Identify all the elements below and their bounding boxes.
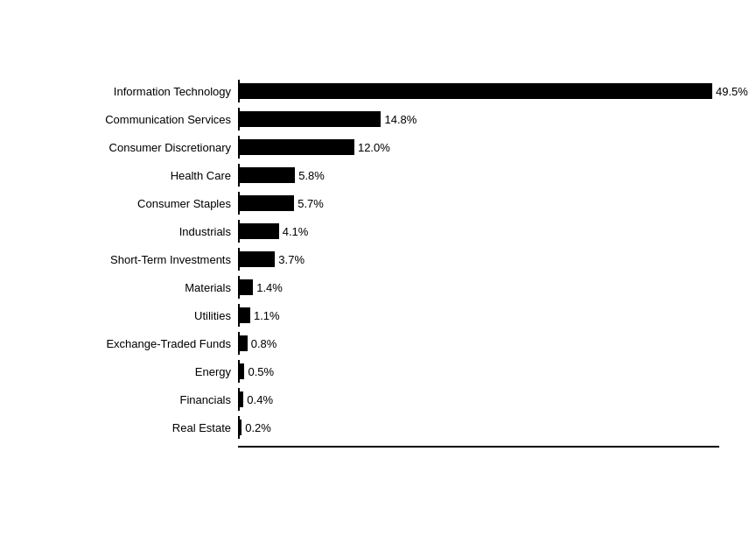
bar-label: Energy: [37, 365, 238, 378]
bar-fill: [240, 420, 242, 435]
bar-value-label: 12.0%: [358, 141, 390, 154]
bar-track: 3.7%: [238, 248, 719, 271]
bar-track: 5.7%: [238, 192, 719, 215]
axis-bottom: [238, 446, 719, 448]
bar-value-label: 1.4%: [256, 281, 283, 294]
bar-track: 4.1%: [238, 220, 719, 243]
bar-fill: [240, 223, 279, 239]
bar-fill: [240, 279, 253, 295]
bar-fill: [240, 111, 381, 127]
bar-fill: [240, 195, 294, 211]
bar-fill: [240, 167, 295, 183]
bar-fill: [240, 307, 250, 323]
chart-container: Information Technology49.5%Communication…: [19, 53, 737, 483]
bar-label: Materials: [37, 281, 238, 294]
bar-row: Financials0.4%: [37, 388, 719, 411]
bar-value-label: 4.1%: [283, 225, 309, 238]
bar-value-label: 3.7%: [278, 253, 304, 266]
bar-label: Financials: [37, 393, 238, 406]
bar-track: 1.4%: [238, 276, 719, 299]
bar-track: 49.5%: [238, 80, 719, 102]
bar-label: Health Care: [37, 169, 238, 182]
bar-value-label: 0.8%: [251, 337, 277, 350]
bar-label: Exchange-Traded Funds: [37, 337, 238, 350]
bar-fill: [240, 391, 243, 407]
bar-fill: [240, 139, 354, 155]
bar-row: Utilities1.1%: [37, 304, 719, 327]
bar-label: Communication Services: [37, 113, 238, 126]
bar-fill: [240, 335, 248, 351]
bar-track: 14.8%: [238, 108, 719, 130]
bar-fill: [240, 83, 712, 99]
bar-fill: [240, 363, 244, 379]
bar-row: Consumer Staples5.7%: [37, 192, 719, 215]
bar-value-label: 1.1%: [254, 309, 280, 322]
bar-row: Exchange-Traded Funds0.8%: [37, 332, 719, 355]
bar-row: Energy0.5%: [37, 360, 719, 383]
bar-label: Utilities: [37, 309, 238, 322]
bar-track: 0.8%: [238, 332, 719, 355]
bar-row: Information Technology49.5%: [37, 80, 719, 102]
chart-area: Information Technology49.5%Communication…: [37, 80, 719, 444]
bar-row: Short-Term Investments3.7%: [37, 248, 719, 271]
bar-track: 1.1%: [238, 304, 719, 327]
bar-value-label: 0.2%: [245, 421, 271, 434]
bar-row: Health Care5.8%: [37, 164, 719, 187]
bar-fill: [240, 251, 275, 267]
bar-value-label: 5.7%: [298, 197, 324, 210]
bar-row: Real Estate0.2%: [37, 416, 719, 439]
bar-value-label: 49.5%: [716, 85, 748, 98]
bar-row: Industrials4.1%: [37, 220, 719, 243]
bar-label: Information Technology: [37, 85, 238, 98]
bar-value-label: 0.4%: [247, 393, 273, 406]
bar-value-label: 0.5%: [248, 365, 274, 378]
bar-track: 0.5%: [238, 360, 719, 383]
bar-label: Industrials: [37, 225, 238, 238]
bar-value-label: 14.8%: [384, 113, 416, 126]
bar-label: Short-Term Investments: [37, 253, 238, 266]
bar-label: Consumer Staples: [37, 197, 238, 210]
bar-value-label: 5.8%: [298, 169, 325, 182]
bar-track: 0.4%: [238, 388, 719, 411]
bar-row: Communication Services14.8%: [37, 108, 719, 130]
bar-label: Real Estate: [37, 421, 238, 434]
bar-track: 5.8%: [238, 164, 719, 187]
bar-label: Consumer Discretionary: [37, 141, 238, 154]
bar-row: Materials1.4%: [37, 276, 719, 299]
bar-track: 12.0%: [238, 136, 719, 159]
bar-row: Consumer Discretionary12.0%: [37, 136, 719, 159]
bar-track: 0.2%: [238, 416, 719, 439]
